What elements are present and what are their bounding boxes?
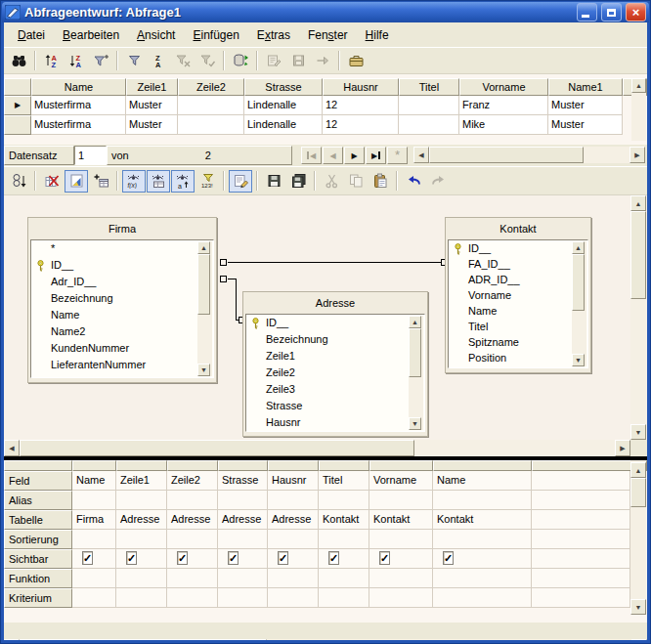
tabelle-cell[interactable]: Kontakt xyxy=(319,510,369,530)
kriterium-cell[interactable] xyxy=(433,588,532,608)
scroll-right-button[interactable]: ▶ xyxy=(631,639,647,640)
feld-cell[interactable]: Strasse xyxy=(218,471,268,491)
briefcase-button[interactable] xyxy=(344,50,368,72)
scroll-right-button[interactable]: ▶ xyxy=(629,147,645,163)
field-list-scrollbar[interactable]: ▲ ▼ xyxy=(409,316,423,430)
menu-extras[interactable]: Extras xyxy=(248,25,299,45)
row-label[interactable]: Sortierung xyxy=(4,530,72,549)
new-record-button[interactable]: * xyxy=(387,147,408,164)
funktion-cell[interactable] xyxy=(369,569,433,588)
row-label[interactable]: Kriterium xyxy=(4,588,72,608)
close-button[interactable]: × xyxy=(626,3,646,21)
join-line-firma-kontakt[interactable] xyxy=(228,262,442,263)
row-label[interactable]: Sichtbar xyxy=(4,549,72,569)
field-row[interactable]: Strasse xyxy=(246,398,424,414)
sortierung-cell[interactable] xyxy=(268,530,319,549)
field-row[interactable]: Bezeichnung xyxy=(31,290,213,307)
field-row[interactable]: Name xyxy=(449,303,587,319)
design-view-button[interactable] xyxy=(65,170,88,193)
funktion-cell[interactable] xyxy=(167,569,218,588)
datasheet-horizontal-scrollbar[interactable]: ◀ ▶ xyxy=(413,147,645,163)
tabelle-cell[interactable]: Adresse xyxy=(167,510,218,530)
kriterium-cell[interactable] xyxy=(369,588,433,608)
field-list-scrollbar[interactable]: ▲ ▼ xyxy=(197,241,212,376)
scroll-up-button[interactable]: ▲ xyxy=(197,241,210,254)
column-header[interactable]: Vorname xyxy=(459,78,548,96)
first-record-button[interactable]: ◀ xyxy=(301,147,322,164)
funktion-cell[interactable] xyxy=(72,569,116,588)
column-header[interactable]: Hausnr xyxy=(323,78,399,96)
table-cell[interactable] xyxy=(178,96,244,115)
menu-datei[interactable]: Datei xyxy=(9,25,54,45)
field-row[interactable]: ID__ xyxy=(449,240,587,256)
filter-values-button[interactable]: 123! xyxy=(195,170,219,193)
scroll-down-button[interactable]: ▼ xyxy=(572,354,585,366)
tabelle-cell[interactable]: Adresse xyxy=(268,510,319,530)
field-row[interactable]: FA_ID__ xyxy=(449,256,587,272)
kriterium-cell[interactable] xyxy=(218,588,268,608)
last-record-button[interactable]: ▶ xyxy=(366,147,386,164)
cut-button[interactable] xyxy=(320,170,343,193)
tabelle-cell[interactable]: Kontakt xyxy=(369,510,433,530)
save-all-button[interactable] xyxy=(286,170,310,193)
table-cell[interactable]: Musterfirma xyxy=(31,96,126,115)
field-row[interactable]: Spitzname xyxy=(449,334,587,350)
scroll-left-button[interactable]: ◀ xyxy=(413,147,429,163)
table-cell[interactable]: Muster xyxy=(548,115,623,135)
join-line-firma-adresse[interactable] xyxy=(236,279,237,321)
field-row[interactable]: Name2 xyxy=(31,323,213,340)
kriterium-cell[interactable] xyxy=(116,588,167,608)
minimize-button[interactable] xyxy=(577,3,597,21)
menu-einfuegen[interactable]: Einfügen xyxy=(184,25,247,45)
scroll-down-button[interactable]: ▼ xyxy=(197,364,210,376)
alias-cell[interactable] xyxy=(532,491,630,510)
table-cell[interactable] xyxy=(399,96,459,115)
column-header[interactable]: Name xyxy=(31,78,126,96)
edit-form-button[interactable] xyxy=(262,50,285,72)
find-button[interactable] xyxy=(7,50,30,72)
field-row[interactable]: * xyxy=(31,240,213,257)
alias-cell[interactable] xyxy=(72,491,116,510)
field-row[interactable]: Bezeichnung xyxy=(246,331,424,348)
field-list-scrollbar[interactable]: ▲ ▼ xyxy=(572,241,586,366)
scroll-left-button[interactable]: ◀ xyxy=(4,440,20,456)
design-horizontal-scrollbar[interactable]: ◀ ▶ xyxy=(4,440,630,456)
sortierung-cell[interactable] xyxy=(369,530,433,549)
copy-button[interactable] xyxy=(344,170,368,193)
row-label[interactable]: Funktion xyxy=(4,569,72,588)
menu-hilfe[interactable]: Hilfe xyxy=(357,25,398,45)
field-row[interactable]: ID__ xyxy=(246,315,424,331)
funktion-cell[interactable] xyxy=(532,569,630,588)
save-button[interactable] xyxy=(262,170,285,193)
row-label[interactable]: Feld xyxy=(4,471,72,491)
datasheet-corner-cell[interactable] xyxy=(4,78,31,96)
feld-cell[interactable]: Name xyxy=(433,471,532,491)
previous-record-button[interactable]: ◀ xyxy=(323,147,343,164)
maximize-button[interactable] xyxy=(601,3,622,21)
datasource-button[interactable] xyxy=(7,170,30,193)
sql-view-button[interactable] xyxy=(229,170,252,193)
table-cell[interactable]: Muster xyxy=(548,96,623,115)
scroll-up-button[interactable]: ▲ xyxy=(631,78,646,93)
funktion-cell[interactable] xyxy=(218,569,268,588)
sichtbar-checkbox[interactable] xyxy=(228,551,239,565)
scroll-thumb[interactable] xyxy=(197,254,210,315)
sortierung-cell[interactable] xyxy=(218,530,268,549)
sortierung-cell[interactable] xyxy=(319,530,369,549)
tabelle-cell[interactable]: Firma xyxy=(72,510,116,530)
menu-bearbeiten[interactable]: Bearbeiten xyxy=(54,25,128,45)
field-row[interactable]: Zeile1 xyxy=(246,348,424,365)
feld-cell[interactable]: Name xyxy=(72,471,116,491)
table-cell[interactable] xyxy=(178,115,244,135)
alias-cell[interactable] xyxy=(433,491,532,510)
sichtbar-checkbox[interactable] xyxy=(82,551,93,565)
paste-button[interactable] xyxy=(369,170,392,193)
scroll-down-button[interactable]: ▼ xyxy=(409,417,421,430)
feld-cell[interactable]: Titel xyxy=(319,471,369,491)
table-cell[interactable]: Franz xyxy=(459,96,548,115)
kriterium-cell[interactable] xyxy=(532,588,630,608)
feld-cell[interactable]: Zeile2 xyxy=(167,471,218,491)
scroll-thumb[interactable] xyxy=(409,328,421,377)
filter-button[interactable] xyxy=(122,50,146,72)
sichtbar-checkbox[interactable] xyxy=(379,551,390,565)
